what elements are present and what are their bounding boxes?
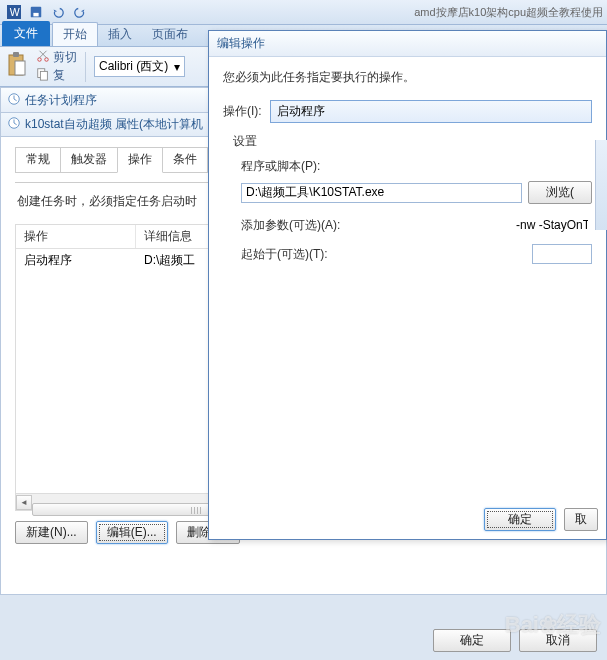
cut-label: 剪切: [53, 49, 77, 66]
cut-icon[interactable]: [36, 49, 50, 66]
tab-home[interactable]: 开始: [52, 22, 98, 46]
args-label: 添加参数(可选)(A):: [241, 217, 340, 234]
task-scheduler-title: 任务计划程序: [25, 92, 97, 109]
cancel-button[interactable]: 取消: [519, 629, 597, 652]
startin-input[interactable]: [532, 244, 592, 264]
operation-combo[interactable]: 启动程序: [270, 100, 592, 123]
tab-general[interactable]: 常规: [15, 147, 61, 173]
properties-title: k10stat自动超频 属性(本地计算机: [25, 116, 203, 133]
tab-layout[interactable]: 页面布: [142, 23, 198, 46]
chevron-down-icon: ▾: [174, 60, 180, 74]
dialog-title: 编辑操作: [209, 31, 606, 57]
dialog-cancel-button[interactable]: 取: [564, 508, 598, 531]
clipboard-group: 剪切 复: [36, 49, 77, 84]
side-strip: [595, 140, 607, 230]
scroll-left-icon[interactable]: ◄: [16, 495, 32, 510]
quick-access-toolbar: W: [0, 3, 90, 21]
dialog-message: 您必须为此任务指定要执行的操作。: [223, 69, 592, 86]
font-selector[interactable]: Calibri (西文)▾: [94, 56, 185, 77]
tab-actions[interactable]: 操作: [117, 147, 163, 173]
svg-rect-3: [33, 13, 38, 17]
tab-triggers[interactable]: 触发器: [60, 147, 118, 173]
svg-point-8: [45, 58, 49, 62]
svg-text:W: W: [10, 6, 20, 18]
svg-rect-6: [15, 61, 25, 75]
save-icon[interactable]: [26, 3, 46, 21]
tab-insert[interactable]: 插入: [98, 23, 142, 46]
redo-icon[interactable]: [70, 3, 90, 21]
settings-label: 设置: [233, 133, 592, 150]
cell-action: 启动程序: [16, 249, 136, 272]
copy-icon[interactable]: [36, 67, 50, 84]
word-app-icon: W: [4, 3, 24, 21]
app-title: amd按摩店k10架构cpu超频全教程使用: [414, 5, 603, 20]
dialog-ok-button[interactable]: 确定: [484, 508, 556, 531]
program-label: 程序或脚本(P):: [241, 158, 592, 175]
program-input[interactable]: [241, 183, 522, 203]
col-action[interactable]: 操作: [16, 225, 136, 248]
startin-label: 起始于(可选)(T):: [241, 246, 328, 263]
operation-label: 操作(I):: [223, 103, 262, 120]
main-footer: 确定 取消: [433, 629, 597, 652]
browse-button[interactable]: 浏览(: [528, 181, 592, 204]
ok-button[interactable]: 确定: [433, 629, 511, 652]
undo-icon[interactable]: [48, 3, 68, 21]
svg-point-7: [38, 58, 42, 62]
tab-file[interactable]: 文件: [2, 21, 50, 46]
edit-action-dialog: 编辑操作 您必须为此任务指定要执行的操作。 操作(I): 启动程序 设置 程序或…: [208, 30, 607, 540]
new-button[interactable]: 新建(N)...: [15, 521, 88, 544]
clock-icon: [7, 116, 21, 133]
svg-rect-10: [40, 71, 47, 80]
copy-label: 复: [53, 67, 65, 84]
paste-icon[interactable]: [6, 51, 28, 82]
tab-conditions[interactable]: 条件: [162, 147, 208, 173]
args-input[interactable]: [512, 216, 592, 234]
clock-icon: [7, 92, 21, 109]
svg-rect-5: [13, 52, 19, 57]
edit-button[interactable]: 编辑(E)...: [96, 521, 168, 544]
